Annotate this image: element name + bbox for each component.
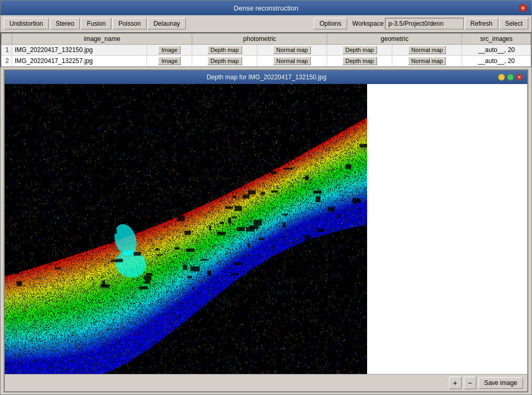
table-row: 1 IMG_20220417_132150.jpg Image Depth ma… <box>2 45 531 56</box>
table-row: 2 IMG_20220417_132257.jpg Image Depth ma… <box>2 56 531 67</box>
row2-geo-normal: Normal map <box>392 56 462 67</box>
main-window: Dense reconstruction × Undistortion Ster… <box>0 0 532 395</box>
window-title: Dense reconstruction <box>13 4 519 12</box>
col-header-src-images: src_images <box>462 34 531 45</box>
zoom-out-icon: − <box>468 379 472 387</box>
row2-image-name: IMG_20220417_132257.jpg <box>12 56 147 67</box>
row2-type: Image <box>147 56 192 67</box>
col-header-photometric: photometric <box>192 34 327 45</box>
row1-geo-normal: Normal map <box>392 45 462 56</box>
depth-map-right-panel <box>367 84 527 374</box>
depth-map-window: Depth map for IMG_20220417_132150.jpg – … <box>4 69 528 392</box>
options-button[interactable]: Options <box>314 18 347 29</box>
row1-geo-normal-btn[interactable]: Normal map <box>408 46 446 54</box>
workspace-path: p-3.5/Project0/denn <box>385 18 464 29</box>
title-bar: Dense reconstruction × <box>1 1 531 15</box>
maximize-button[interactable]: □ <box>507 74 514 81</box>
image-table-container: image_name photometric geometric src_ima… <box>1 33 531 67</box>
toolbar: Undistortion Stereo Fusion Poisson Delau… <box>1 15 531 33</box>
close-button[interactable]: × <box>519 4 527 12</box>
workspace-label: Workspace <box>352 20 384 27</box>
col-header-geometric: geometric <box>327 34 462 45</box>
row1-photo-normal: Normal map <box>257 45 327 56</box>
row2-photo-depth-btn[interactable]: Depth map <box>207 57 242 65</box>
row2-photo-normal: Normal map <box>257 56 327 67</box>
row1-type-btn[interactable]: Image <box>158 46 181 54</box>
table-header-row: image_name photometric geometric src_ima… <box>2 34 531 45</box>
row2-geo-normal-btn[interactable]: Normal map <box>408 57 446 65</box>
bottom-bar: + − Save image <box>5 374 527 391</box>
sub-title-bar: Depth map for IMG_20220417_132150.jpg – … <box>5 70 527 84</box>
image-table: image_name photometric geometric src_ima… <box>1 33 531 67</box>
row1-photo-depth-btn[interactable]: Depth map <box>207 46 242 54</box>
row2-photo-normal-btn[interactable]: Normal map <box>273 57 311 65</box>
row1-photo-normal-btn[interactable]: Normal map <box>273 46 311 54</box>
save-image-button[interactable]: Save image <box>478 377 523 389</box>
row2-photo-depth: Depth map <box>192 56 257 67</box>
stereo-button[interactable]: Stereo <box>50 18 80 29</box>
undistortion-button[interactable]: Undistortion <box>4 18 49 29</box>
delaunay-button[interactable]: Delaunay <box>148 18 186 29</box>
sub-window-controls: – □ × <box>498 74 523 81</box>
row2-type-btn[interactable]: Image <box>158 57 181 65</box>
row2-geo-depth: Depth map <box>327 56 392 67</box>
row1-photo-depth: Depth map <box>192 45 257 56</box>
row1-image-name: IMG_20220417_132150.jpg <box>12 45 147 56</box>
row2-src-images: __auto__, 20 <box>462 56 531 67</box>
zoom-out-button[interactable]: − <box>464 377 476 389</box>
col-header-image-name: image_name <box>12 34 192 45</box>
row1-geo-depth: Depth map <box>327 45 392 56</box>
sub-close-button[interactable]: × <box>516 74 523 81</box>
zoom-in-icon: + <box>453 379 457 387</box>
row1-index: 1 <box>2 45 12 56</box>
poisson-button[interactable]: Poisson <box>112 18 147 29</box>
minimize-button[interactable]: – <box>498 74 505 81</box>
fusion-button[interactable]: Fusion <box>81 18 111 29</box>
col-header-index <box>2 34 12 45</box>
select-button[interactable]: Select <box>499 18 528 29</box>
depth-map-area <box>5 84 527 374</box>
refresh-button[interactable]: Refresh <box>465 18 498 29</box>
row1-geo-depth-btn[interactable]: Depth map <box>342 46 377 54</box>
row2-geo-depth-btn[interactable]: Depth map <box>342 57 377 65</box>
row1-type: Image <box>147 45 192 56</box>
sub-window-title: Depth map for IMG_20220417_132150.jpg <box>35 74 498 81</box>
depth-map-canvas <box>5 84 367 374</box>
zoom-in-button[interactable]: + <box>449 377 462 389</box>
row1-src-images: __auto__, 20 <box>462 45 531 56</box>
row2-index: 2 <box>2 56 12 67</box>
